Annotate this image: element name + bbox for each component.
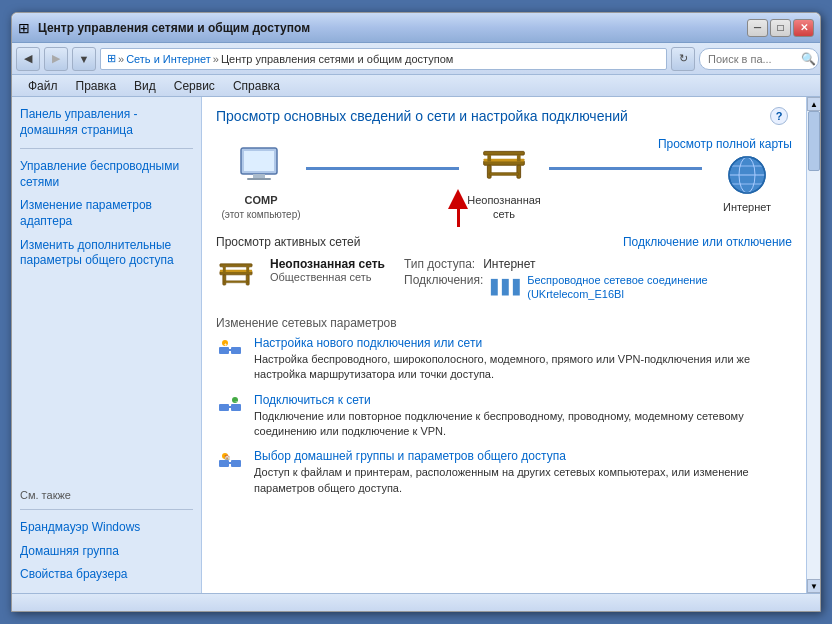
- scroll-thumb[interactable]: [808, 111, 820, 171]
- homegroup-icon: 🏠: [216, 449, 244, 477]
- active-networks-title: Просмотр активных сетей: [216, 235, 360, 249]
- internet-label: Интернет: [723, 200, 771, 214]
- svg-rect-1: [244, 151, 274, 171]
- menu-file[interactable]: Файл: [20, 77, 66, 95]
- svg-rect-24: [223, 267, 226, 272]
- active-network-row: Неопознанная сеть Общественная сеть Тип …: [216, 257, 792, 304]
- svg-rect-25: [246, 267, 249, 272]
- connect-network-desc: Подключение или повторное подключение к …: [254, 410, 744, 437]
- settings-item-3-text: Выбор домашней группы и параметров общег…: [254, 449, 792, 496]
- menu-view[interactable]: Вид: [126, 77, 164, 95]
- view-full-map-link[interactable]: Просмотр полной карты: [658, 137, 792, 151]
- help-button[interactable]: ?: [770, 107, 788, 125]
- active-networks-header: Просмотр активных сетей Подключение или …: [216, 235, 792, 249]
- unknown-network-node: Неопознанная сеть: [459, 143, 549, 222]
- menu-bar: Файл Правка Вид Сервис Справка: [12, 75, 820, 97]
- maximize-button[interactable]: □: [770, 19, 791, 37]
- connect-disconnect-link[interactable]: Подключение или отключение: [623, 235, 792, 249]
- connections-row: Подключения: ▋▋▋ Беспроводное сетевое со…: [404, 273, 792, 302]
- menu-edit[interactable]: Правка: [68, 77, 125, 95]
- svg-text:+: +: [224, 341, 227, 347]
- internet-node: Интернет: [702, 150, 792, 214]
- forward-button[interactable]: ▶: [44, 47, 68, 71]
- dropdown-button[interactable]: ▼: [72, 47, 96, 71]
- scroll-track[interactable]: [807, 111, 820, 579]
- main-layout: Панель управления - домашняя страница Уп…: [12, 97, 820, 593]
- globe-icon: [722, 150, 772, 200]
- active-net-icon: [216, 257, 256, 297]
- settings-item-2-text: Подключиться к сети Подключение или повт…: [254, 393, 792, 440]
- address-bar: ◀ ▶ ▼ ⊞ » Сеть и Интернет » Центр управл…: [12, 43, 820, 75]
- svg-rect-11: [517, 155, 521, 161]
- bench-icon: [479, 143, 529, 193]
- connections-value[interactable]: Беспроводное сетевое соединение (UKrtele…: [527, 273, 792, 302]
- setup-connection-icon: +: [216, 336, 244, 364]
- access-type-value: Интернет: [483, 257, 535, 271]
- sidebar-firewall-link[interactable]: Брандмауэр Windows: [20, 518, 193, 538]
- svg-rect-36: [219, 460, 229, 467]
- svg-rect-2: [253, 174, 265, 178]
- arrow-stem: [457, 209, 460, 227]
- connector-2: [549, 167, 702, 170]
- sidebar-browser-link[interactable]: Свойства браузера: [20, 565, 193, 585]
- status-bar: [12, 593, 820, 611]
- title-bar: ⊞ Центр управления сетями и общим доступ…: [12, 13, 820, 43]
- svg-text:🏠: 🏠: [224, 454, 231, 461]
- arrow-icon: [448, 189, 468, 209]
- comp-node: COMP (этот компьютер): [216, 143, 306, 222]
- network-details: Тип доступа: Интернет Подключения: ▋▋▋ Б…: [404, 257, 792, 304]
- see-also-label: См. также: [20, 489, 193, 501]
- sidebar-sharing-link[interactable]: Изменить дополнительные параметры общего…: [20, 236, 193, 271]
- homegroup-link[interactable]: Выбор домашней группы и параметров общег…: [254, 449, 792, 463]
- network-name: Неопознанная сеть: [270, 257, 390, 271]
- computer-icon: [236, 143, 286, 193]
- access-type-row: Тип доступа: Интернет: [404, 257, 792, 271]
- content-area: ? Просмотр основных сведений о сети и на…: [202, 97, 806, 593]
- back-button[interactable]: ◀: [16, 47, 40, 71]
- settings-item-2: → Подключиться к сети Подключение или по…: [216, 393, 792, 440]
- svg-rect-6: [517, 165, 521, 178]
- breadcrumb-root[interactable]: ⊞: [107, 52, 116, 65]
- setup-connection-desc: Настройка беспроводного, широкополосного…: [254, 353, 750, 380]
- breadcrumb: ⊞ » Сеть и Интернет » Центр управления с…: [100, 48, 667, 70]
- svg-rect-20: [246, 275, 249, 285]
- sidebar-wireless-link[interactable]: Управление беспроводными сетями: [20, 157, 193, 192]
- svg-rect-19: [223, 275, 226, 285]
- sidebar-homegroup-link[interactable]: Домашняя группа: [20, 542, 193, 562]
- settings-item-3: 🏠 Выбор домашней группы и параметров общ…: [216, 449, 792, 496]
- unknown-net-label: Неопознанная сеть: [459, 193, 549, 222]
- breadcrumb-current: Центр управления сетями и общим доступом: [221, 53, 453, 65]
- sidebar-adapter-link[interactable]: Изменение параметров адаптера: [20, 196, 193, 231]
- signal-icon: ▋▋▋: [491, 279, 524, 295]
- svg-rect-5: [487, 165, 491, 178]
- access-type-label: Тип доступа:: [404, 257, 475, 271]
- svg-rect-9: [484, 151, 525, 155]
- setup-connection-link[interactable]: Настройка нового подключения или сети: [254, 336, 792, 350]
- breadcrumb-network[interactable]: Сеть и Интернет: [126, 53, 211, 65]
- settings-section-title: Изменение сетевых параметров: [216, 316, 792, 330]
- refresh-button[interactable]: ↻: [671, 47, 695, 71]
- connect-network-link[interactable]: Подключиться к сети: [254, 393, 792, 407]
- settings-item-1-text: Настройка нового подключения или сети На…: [254, 336, 792, 383]
- settings-item-1: + Настройка нового подключения или сети …: [216, 336, 792, 383]
- svg-rect-26: [219, 347, 229, 354]
- window-title: Центр управления сетями и общим доступом: [34, 21, 747, 35]
- network-type: Общественная сеть: [270, 271, 390, 283]
- minimize-button[interactable]: ─: [747, 19, 768, 37]
- connect-network-icon: →: [216, 393, 244, 421]
- menu-service[interactable]: Сервис: [166, 77, 223, 95]
- scrollbar[interactable]: ▲ ▼: [806, 97, 820, 593]
- svg-rect-37: [231, 460, 241, 467]
- title-buttons: ─ □ ✕: [747, 19, 814, 37]
- comp-label: COMP (этот компьютер): [221, 193, 300, 222]
- network-name-block: Неопознанная сеть Общественная сеть: [270, 257, 390, 283]
- close-button[interactable]: ✕: [793, 19, 814, 37]
- scroll-down-button[interactable]: ▼: [807, 579, 820, 593]
- menu-help[interactable]: Справка: [225, 77, 288, 95]
- network-diagram: Просмотр полной карты COMP (этот компь: [216, 137, 792, 227]
- page-title: Просмотр основных сведений о сети и наст…: [216, 107, 792, 125]
- scroll-up-button[interactable]: ▲: [807, 97, 820, 111]
- connections-label: Подключения:: [404, 273, 483, 302]
- sidebar-home-link[interactable]: Панель управления - домашняя страница: [20, 105, 193, 140]
- svg-rect-7: [489, 173, 519, 176]
